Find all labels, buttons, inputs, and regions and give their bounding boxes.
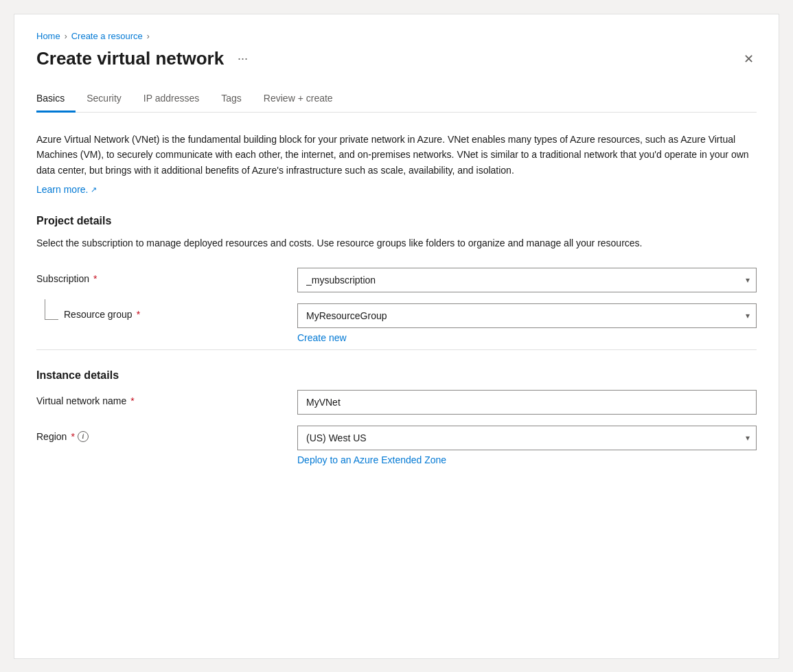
- more-options-button[interactable]: ···: [232, 49, 253, 69]
- subscription-row: Subscription * _mysubscription ▾: [36, 268, 757, 292]
- resource-group-dropdown[interactable]: MyResourceGroup: [297, 303, 757, 328]
- project-details-description: Select the subscription to manage deploy…: [36, 235, 750, 251]
- rg-required: *: [137, 309, 140, 320]
- create-new-link[interactable]: Create new: [297, 332, 347, 343]
- instance-details-section: Instance details Virtual network name * …: [36, 369, 757, 466]
- rg-connector: [45, 299, 58, 320]
- resource-group-row: Resource group * MyResourceGroup ▾ Creat…: [36, 303, 757, 344]
- region-dropdown[interactable]: (US) West US: [297, 426, 757, 450]
- section-divider: [36, 349, 757, 350]
- instance-details-title: Instance details: [36, 369, 757, 382]
- subscription-control: _mysubscription ▾: [297, 268, 757, 292]
- subscription-required: *: [93, 273, 97, 284]
- subscription-dropdown-wrapper: _mysubscription ▾: [297, 268, 757, 292]
- subscription-label-col: Subscription *: [36, 268, 297, 284]
- project-details-section: Project details Select the subscription …: [36, 215, 757, 343]
- vnet-name-control: [297, 390, 757, 415]
- breadcrumb: Home › Create a resource ›: [36, 31, 757, 41]
- breadcrumb-sep-2: ›: [147, 32, 150, 41]
- tab-ip-addresses[interactable]: IP addresses: [133, 86, 210, 113]
- tab-security[interactable]: Security: [76, 86, 133, 113]
- breadcrumb-sep-1: ›: [65, 32, 67, 41]
- rg-dropdown-wrapper: MyResourceGroup ▾: [297, 303, 757, 328]
- tabs-container: Basics Security IP addresses Tags Review…: [36, 86, 757, 113]
- breadcrumb-home[interactable]: Home: [36, 31, 60, 41]
- tab-basics[interactable]: Basics: [36, 86, 76, 113]
- page-title: Create virtual network: [36, 48, 224, 69]
- subscription-label: Subscription *: [36, 273, 297, 284]
- vnet-name-row: Virtual network name *: [36, 390, 757, 415]
- region-info-icon[interactable]: i: [78, 431, 89, 442]
- region-label-col: Region * i: [36, 426, 297, 442]
- create-vnet-panel: Home › Create a resource › Create virtua…: [14, 14, 779, 659]
- region-required: *: [71, 431, 74, 442]
- header-row: Create virtual network ··· ✕: [36, 48, 757, 69]
- learn-more-link[interactable]: Learn more. ↗: [36, 184, 97, 195]
- rg-label-col: Resource group *: [36, 303, 297, 320]
- breadcrumb-create-resource[interactable]: Create a resource: [71, 31, 143, 41]
- vnet-name-input[interactable]: [297, 390, 757, 415]
- region-control: (US) West US ▾ Deploy to an Azure Extend…: [297, 426, 757, 466]
- close-button[interactable]: ✕: [741, 50, 757, 68]
- vnet-name-required: *: [130, 395, 134, 406]
- deploy-extended-zone-link[interactable]: Deploy to an Azure Extended Zone: [297, 454, 446, 465]
- region-row: Region * i (US) West US ▾ Deploy to an A…: [36, 426, 757, 466]
- vnet-name-label: Virtual network name *: [36, 395, 297, 406]
- tab-tags[interactable]: Tags: [210, 86, 253, 113]
- rg-control: MyResourceGroup ▾ Create new: [297, 303, 757, 344]
- region-label: Region * i: [36, 431, 297, 442]
- external-link-icon: ↗: [91, 185, 97, 194]
- project-details-title: Project details: [36, 215, 757, 227]
- vnet-name-label-col: Virtual network name *: [36, 390, 297, 406]
- description-text: Azure Virtual Network (VNet) is the fund…: [36, 132, 750, 178]
- subscription-dropdown[interactable]: _mysubscription: [297, 268, 757, 292]
- region-dropdown-wrapper: (US) West US ▾: [297, 426, 757, 450]
- header-left: Create virtual network ···: [36, 48, 253, 69]
- tab-review-create[interactable]: Review + create: [253, 86, 344, 113]
- resource-group-label: Resource group *: [64, 309, 140, 320]
